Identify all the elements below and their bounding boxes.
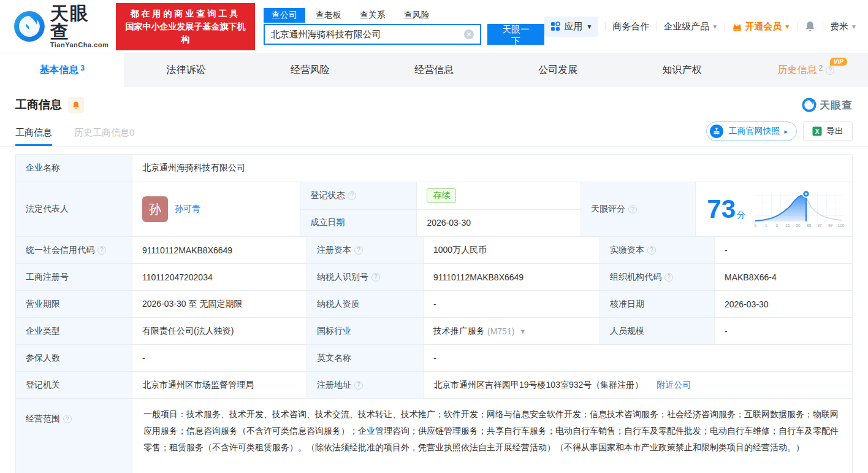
field-label: 核准日期 (600, 291, 715, 317)
table-row: 参保人数 - 英文名称 - (16, 345, 852, 372)
industry-code: (M751) (487, 326, 514, 336)
apps-menu[interactable]: 应用 ▼ (544, 17, 598, 37)
table-row: 工商注册号 110112047202034 纳税人识别号 ? 91110112M… (16, 264, 852, 291)
watermark-logo: 天眼查 (802, 98, 853, 112)
slogan-line2: 国家中小企业发展子基金旗下机构 (123, 20, 247, 46)
tianyan-score-cell: 73 分 (696, 182, 852, 236)
legal-rep-cell: 孙 孙可青 (132, 182, 300, 236)
question-icon[interactable]: ? (97, 246, 106, 255)
taxpayer-id-value: 91110112MAKB8X6649 (424, 264, 600, 290)
tab-intellectual-property[interactable]: 知识产权 (620, 53, 744, 87)
company-type-value: 有限责任公司(法人独资) (132, 318, 307, 344)
nav-cooperation[interactable]: 商务合作 (612, 21, 649, 33)
search-area: 查公司 查老板 查关系 查风险 ✕ 天眼一下 (264, 8, 545, 45)
table-row: 统一社会信用代码 ? 91110112MAKB8X6649 注册资本 ? 100… (16, 237, 852, 264)
field-label: 经营范围 ? (16, 399, 132, 473)
field-label: 天眼评分 ? (581, 182, 696, 236)
tianyancha-watermark-icon (802, 98, 817, 112)
question-icon[interactable]: ? (348, 191, 356, 200)
nav-open-vip[interactable]: 开通会员 ▼ (732, 21, 790, 33)
score-unit: 分 (737, 210, 745, 221)
field-label: 登记状态 ? (300, 182, 417, 209)
question-icon[interactable]: ? (63, 415, 72, 423)
nav-separator (656, 22, 657, 31)
nav-separator (725, 22, 725, 31)
top-header: 天眼查 TianYanCha.com 都在用的商业查询工具 国家中小企业发展子基… (0, 0, 868, 53)
search-tab-risk[interactable]: 查风险 (396, 8, 438, 23)
search-tab-company[interactable]: 查公司 (264, 8, 305, 23)
field-label: 营业期限 (16, 291, 132, 317)
search-tab-relation[interactable]: 查关系 (352, 8, 394, 23)
business-info-table: 企业名称 北京通州海骑科技有限公司 法定代表人 孙 孙可青 登记状态 ? 存续 … (15, 154, 853, 473)
question-icon[interactable]: ? (826, 66, 834, 75)
subtab-business-registration[interactable]: 工商信息 (15, 127, 52, 146)
caret-down-icon: ▼ (712, 23, 718, 30)
nearby-companies-link[interactable]: 附近公司 (657, 380, 691, 391)
svg-text:97: 97 (817, 223, 822, 228)
bell-icon (72, 101, 80, 110)
tab-basic-info[interactable]: 基本信息 3 (0, 53, 124, 87)
credit-code-value: 91110112MAKB8X6649 (132, 237, 307, 263)
tianyancha-logo-icon (13, 10, 45, 42)
score-distribution-chart: 0 1 3 15 50 85 97 99 100 (753, 188, 846, 230)
export-button[interactable]: X 导出 (803, 121, 853, 141)
nav-enterprise-products[interactable]: 企业级产品 ▼ (663, 21, 718, 33)
search-tab-boss[interactable]: 查老板 (308, 8, 349, 23)
nav-user-menu[interactable]: 费米 ▼ (830, 21, 857, 33)
business-term-value: 2026-03-30 至 无固定期限 (132, 291, 307, 317)
chevron-down-icon[interactable]: ▼ (519, 328, 526, 335)
reg-capital-value: 1000万人民币 (424, 237, 600, 263)
caret-down-icon: ▼ (784, 23, 790, 30)
field-label: 企业类型 (16, 318, 132, 344)
field-label: 成立日期 (300, 210, 417, 237)
svg-text:3: 3 (775, 223, 778, 228)
tianyancha-logo[interactable]: 天眼查 TianYanCha.com (13, 4, 108, 48)
svg-text:85: 85 (807, 223, 812, 228)
english-name-value: - (424, 345, 852, 371)
field-label: 法定代表人 (16, 182, 132, 236)
slogan-line1: 都在用的商业查询工具 (123, 7, 247, 20)
question-icon[interactable]: ? (354, 381, 363, 390)
bell-icon[interactable] (804, 20, 816, 33)
avatar[interactable]: 孙 (142, 196, 168, 222)
question-icon[interactable]: ? (647, 246, 656, 255)
question-icon[interactable]: ? (371, 273, 380, 282)
field-label: 纳税人资质 (307, 291, 424, 317)
reg-status-cell: 存续 (417, 182, 581, 209)
tab-history-info[interactable]: 历史信息 2 ? VIP (744, 53, 868, 87)
reg-address-value: 北京市通州区吉祥园甲19号楼103室932号（集群注册） (433, 380, 643, 391)
legal-rep-link[interactable]: 孙可青 (175, 204, 200, 215)
staff-size-value: - (715, 318, 852, 344)
field-label: 企业名称 (16, 155, 132, 182)
svg-text:15: 15 (785, 223, 790, 228)
status-badge: 存续 (427, 188, 456, 203)
clear-icon[interactable]: ✕ (464, 29, 474, 39)
paid-capital-value: - (715, 237, 852, 263)
subtab-history-registration[interactable]: 历史工商信息0 (74, 127, 134, 146)
search-button[interactable]: 天眼一下 (487, 24, 545, 45)
field-label: 参保人数 (16, 345, 132, 371)
question-icon[interactable]: ? (628, 205, 637, 213)
table-row: 企业类型 有限责任公司(法人独资) 国标行业 技术推广服务 (M751) ▼ 人… (16, 318, 852, 345)
question-icon[interactable]: ? (664, 273, 673, 282)
tab-operating-risk[interactable]: 经营风险 (248, 53, 372, 87)
slogan-banner: 都在用的商业查询工具 国家中小企业发展子基金旗下机构 (116, 3, 254, 50)
nav-separator (797, 22, 798, 31)
field-label: 工商注册号 (16, 264, 132, 290)
nav-separator (605, 22, 606, 31)
search-input[interactable] (265, 29, 464, 40)
table-row: 经营范围 ? 一般项目：技术服务、技术开发、技术咨询、技术交流、技术转让、技术推… (16, 399, 852, 473)
tab-business-info[interactable]: 经营信息 (372, 53, 496, 87)
brand-name: 天眼查 (50, 4, 109, 41)
caret-down-icon: ▼ (851, 23, 857, 30)
official-snapshot-button[interactable]: 工商官网快照 ▸ (706, 121, 797, 141)
question-icon[interactable]: ? (354, 246, 363, 255)
svg-text:99: 99 (828, 223, 833, 228)
tab-legal-proceedings[interactable]: 法律诉讼 (124, 53, 248, 87)
tab-company-development[interactable]: 公司发展 (496, 53, 620, 87)
monitor-bell-button[interactable] (68, 97, 84, 113)
reg-address-cell: 北京市通州区吉祥园甲19号楼103室932号（集群注册） 附近公司 (424, 372, 852, 398)
table-row: 企业名称 北京通州海骑科技有限公司 (16, 155, 852, 182)
industry-value: 技术推广服务 (M751) ▼ (424, 318, 600, 344)
field-label: 统一社会信用代码 ? (16, 237, 132, 263)
